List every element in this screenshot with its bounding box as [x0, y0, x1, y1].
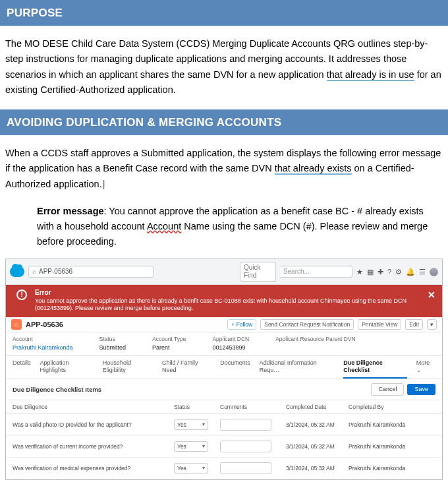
- close-icon[interactable]: ✕: [428, 290, 435, 301]
- error-banner: ! Error You cannot approve the applicati…: [6, 285, 442, 317]
- edit-button[interactable]: Edit: [405, 319, 423, 330]
- error-text: You cannot approve the application as th…: [35, 297, 428, 313]
- header-icons: ★ ▦ ✚ ? ⚙ 🔔 ☰: [356, 268, 438, 276]
- tab-app-highlights[interactable]: Application Highlights: [40, 359, 94, 379]
- record-info-row: Account Prakruthi Kairamkonda Status Sub…: [6, 332, 442, 356]
- status-select[interactable]: Yes▾: [174, 441, 208, 452]
- account-type-value: Parent: [152, 344, 186, 352]
- col-comments: Comments: [220, 404, 286, 410]
- comments-input[interactable]: [220, 462, 271, 474]
- tab-child-family-need[interactable]: Child / Family Need: [162, 359, 211, 379]
- bell-icon[interactable]: 🔔: [406, 268, 415, 276]
- chevron-down-icon: ▾: [202, 421, 205, 428]
- avoid-underline: that already exists: [275, 163, 352, 175]
- tab-additional-info[interactable]: Additional Information Requ…: [260, 359, 335, 379]
- plus-icon[interactable]: ✚: [378, 268, 383, 276]
- quick-find-input[interactable]: Quick Find: [240, 262, 276, 282]
- gear-icon[interactable]: ⚙: [395, 268, 402, 276]
- record-title: APP-05636: [26, 321, 63, 329]
- house-icon: ⌂: [11, 319, 22, 330]
- cancel-button[interactable]: Cancel: [371, 383, 404, 396]
- global-search-input[interactable]: ⌕ APP-05636: [28, 266, 154, 278]
- purpose-paragraph: The MO DESE Child Care Data System (CCDS…: [5, 36, 443, 98]
- applicant-dcn-value: 0012453899: [212, 344, 249, 352]
- row-question: Was a valid photo ID provided for the ap…: [13, 421, 174, 428]
- tab-household-eligibility[interactable]: Household Eligibility: [103, 359, 153, 379]
- follow-button[interactable]: + Follow: [227, 319, 256, 330]
- chevron-down-icon: ▾: [202, 465, 205, 472]
- search-icon: ⌕: [32, 268, 36, 276]
- account-label: Account: [13, 336, 73, 342]
- tab-more[interactable]: More ⌄: [416, 359, 435, 379]
- printable-view-button[interactable]: Printable View: [358, 319, 401, 330]
- chevron-down-icon: ▾: [202, 443, 205, 450]
- applicant-dcn-label: Applicant DCN: [212, 336, 249, 342]
- more-actions-button[interactable]: ▾: [427, 319, 437, 330]
- row-completed-date: 3/1/2024, 05:32 AM: [286, 465, 349, 472]
- avoiding-header: Avoiding Duplication & Merging Accounts: [0, 109, 448, 135]
- save-button[interactable]: Save: [407, 384, 435, 395]
- row-completed-by: Prakruthi Kairamkonda: [349, 443, 435, 450]
- tab-bar: Details Application Highlights Household…: [6, 356, 442, 379]
- col-status: Status: [174, 404, 220, 410]
- comments-input[interactable]: [220, 441, 271, 452]
- star-icon[interactable]: ★: [356, 268, 363, 276]
- ddci-bar: Due Diligence Checklist Items Cancel Sav…: [6, 379, 442, 400]
- search-value: APP-05636: [39, 268, 72, 276]
- error-icon: !: [16, 290, 27, 300]
- purpose-underline: that already is in use: [327, 69, 414, 81]
- table-row: Was verification of current income provi…: [6, 436, 442, 458]
- status-value: Submitted: [99, 344, 126, 352]
- ddci-title: Due Diligence Checklist Items: [13, 386, 101, 393]
- row-completed-by: Prakruthi Kairamkonda: [349, 421, 435, 428]
- sf-topbar: ⌕ APP-05636 Quick Find Search... ★ ▦ ✚ ?…: [6, 259, 442, 285]
- secondary-search-input[interactable]: Search...: [280, 266, 352, 278]
- table-row: Was a valid photo ID provided for the ap…: [6, 414, 442, 436]
- tab-due-diligence-checklist[interactable]: Due Diligence Checklist: [343, 359, 406, 379]
- col-due-diligence: Due Diligence: [13, 404, 174, 410]
- record-header-bar: ⌂ APP-05636 + Follow Send Contact Reques…: [6, 317, 442, 332]
- salesforce-cloud-icon: [10, 266, 24, 277]
- error-title: Error: [35, 289, 428, 297]
- tab-documents[interactable]: Documents: [220, 359, 250, 379]
- screenshot-container: ⌕ APP-05636 Quick Find Search... ★ ▦ ✚ ?…: [5, 259, 443, 480]
- status-value: Yes: [177, 465, 186, 472]
- row-completed-date: 3/1/2024, 05:32 AM: [286, 421, 349, 428]
- table-row: Was verification of medical expenses pro…: [6, 458, 442, 479]
- status-value: Yes: [177, 443, 186, 450]
- tab-details[interactable]: Details: [13, 359, 31, 379]
- status-value: Yes: [177, 421, 186, 428]
- col-completed-date: Completed Date: [286, 404, 349, 410]
- row-completed-date: 3/1/2024, 05:32 AM: [286, 443, 349, 450]
- avoiding-paragraph: When a CCDS staff approves a Submitted a…: [5, 146, 443, 192]
- status-select[interactable]: Yes▾: [174, 419, 208, 430]
- help-icon[interactable]: ?: [387, 268, 391, 276]
- row-question: Was verification of medical expenses pro…: [13, 465, 174, 472]
- account-link[interactable]: Prakruthi Kairamkonda: [13, 344, 73, 352]
- comments-input[interactable]: [220, 419, 271, 431]
- status-label: Status: [99, 336, 126, 342]
- status-select[interactable]: Yes▾: [174, 463, 208, 474]
- col-completed-by: Completed By: [349, 404, 435, 410]
- menu-icon[interactable]: ☰: [419, 268, 426, 276]
- error-label: Error message: [37, 206, 104, 216]
- avatar[interactable]: [430, 268, 438, 276]
- purpose-header: Purpose: [0, 0, 448, 26]
- error-message-paragraph: Error message: You cannot approve the ap…: [37, 204, 443, 250]
- row-completed-by: Prakruthi Kairamkonda: [349, 465, 435, 472]
- error-squiggle: Account: [147, 221, 181, 231]
- grid-icon[interactable]: ▦: [367, 268, 374, 276]
- row-question: Was verification of current income provi…: [13, 443, 174, 450]
- notification-button[interactable]: Send Contact Request Notification: [260, 319, 354, 330]
- table-header: Due Diligence Status Comments Completed …: [6, 400, 442, 414]
- account-type-label: Account Type: [152, 336, 186, 342]
- resource-dvn-label: Applicant Resource Parent DVN: [275, 336, 355, 342]
